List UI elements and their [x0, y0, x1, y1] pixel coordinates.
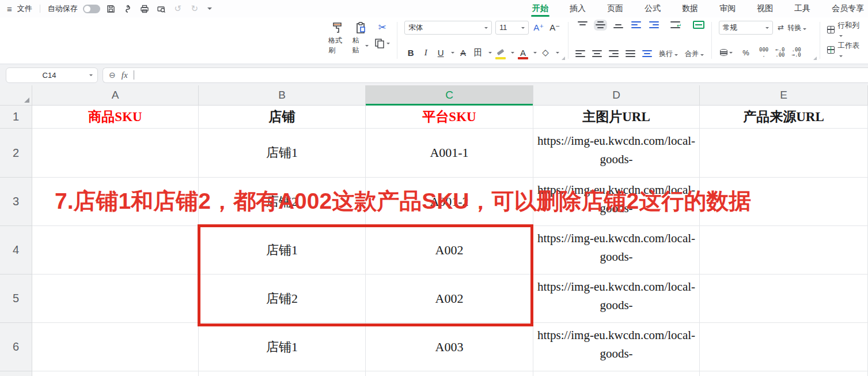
align-center-icon[interactable]: [592, 50, 602, 58]
hamburger-menu-icon[interactable]: ≡: [7, 4, 12, 14]
cell-e2[interactable]: [700, 129, 868, 178]
align-left-icon[interactable]: [575, 50, 585, 58]
currency-format-button[interactable]: [720, 49, 733, 56]
cell-a4[interactable]: [32, 226, 199, 275]
align-right-icon[interactable]: [609, 50, 619, 58]
select-all-corner[interactable]: [0, 85, 32, 106]
paste-caret-icon[interactable]: [365, 45, 369, 47]
strikethrough-button[interactable]: A: [457, 46, 469, 59]
file-menu[interactable]: 文件: [17, 3, 32, 14]
align-bottom-icon[interactable]: [613, 21, 623, 29]
cell-a7[interactable]: [32, 371, 199, 376]
underline-button[interactable]: U: [434, 46, 447, 59]
font-color-caret-icon[interactable]: [533, 52, 537, 54]
cell-c6[interactable]: A003: [366, 323, 533, 371]
cell-c2[interactable]: A001-1: [366, 129, 533, 178]
cell-d7[interactable]: [533, 371, 700, 376]
cell-c5[interactable]: A002: [366, 275, 533, 323]
percent-format-button[interactable]: %: [740, 46, 752, 59]
tab-tools[interactable]: 工具: [793, 0, 812, 17]
row-header-5[interactable]: 5: [0, 275, 32, 323]
copy-button[interactable]: [374, 38, 390, 48]
cell-b5[interactable]: 店铺2: [199, 275, 366, 323]
cell-b1[interactable]: 店铺: [199, 106, 366, 129]
name-box[interactable]: C14: [6, 67, 98, 83]
cell-d1[interactable]: 主图片URL: [533, 106, 700, 129]
font-name-select[interactable]: 宋体: [404, 21, 492, 35]
wrap-text-button[interactable]: 换行: [659, 49, 678, 59]
cell-d4[interactable]: https://img-eu.kwcdn.com/local-goods-: [533, 226, 700, 275]
formula-input[interactable]: ⊖ fx: [103, 67, 868, 83]
highlight-color-button[interactable]: [494, 46, 507, 59]
row-header-6[interactable]: 6: [0, 323, 32, 371]
column-header-e[interactable]: E: [700, 85, 868, 106]
worksheet-button[interactable]: 工作表: [827, 41, 862, 59]
increase-decimal-button[interactable]: ←.0.00: [775, 47, 784, 58]
cell-e4[interactable]: [700, 226, 868, 275]
cell-e7[interactable]: [700, 371, 868, 376]
cell-d2[interactable]: https://img-eu.kwcdn.com/local-goods-: [533, 129, 700, 178]
column-header-c[interactable]: C: [366, 85, 533, 106]
cell-a6[interactable]: [32, 323, 199, 371]
row-header-4[interactable]: 4: [0, 226, 32, 275]
cell-e5[interactable]: [700, 275, 868, 323]
fill-caret-icon[interactable]: [556, 52, 559, 54]
autowrap-icon[interactable]: ↵: [670, 21, 680, 29]
autosave-toggle[interactable]: [83, 5, 100, 13]
number-group-expander-icon[interactable]: [813, 57, 817, 60]
cell-a1[interactable]: 商品SKU: [32, 106, 199, 129]
export-icon[interactable]: [122, 3, 134, 14]
tab-view[interactable]: 视图: [756, 0, 774, 17]
tab-review[interactable]: 审阅: [718, 0, 737, 17]
undo-icon[interactable]: ↺: [172, 3, 184, 14]
increase-indent-icon[interactable]: [649, 21, 659, 29]
align-middle-icon[interactable]: [596, 21, 605, 29]
decrease-font-button[interactable]: A⁻: [548, 21, 561, 34]
chevron-down-icon[interactable]: [207, 7, 212, 10]
cell-e1[interactable]: 产品来源URL: [700, 106, 868, 129]
tab-home[interactable]: 开始: [531, 0, 549, 17]
copy-caret-icon[interactable]: [386, 43, 390, 44]
fill-color-button[interactable]: ◇: [539, 46, 552, 59]
tab-formula[interactable]: 公式: [643, 0, 662, 17]
print-preview-icon[interactable]: [156, 3, 167, 14]
convert-button[interactable]: ⇄ 转换: [778, 23, 806, 33]
redo-icon[interactable]: ↻: [189, 3, 200, 14]
cut-icon[interactable]: ✂: [376, 21, 389, 33]
tab-insert[interactable]: 插入: [568, 0, 587, 17]
cell-b4[interactable]: 店铺1: [199, 226, 366, 275]
cell-e6[interactable]: [700, 323, 868, 371]
tab-page[interactable]: 页面: [606, 0, 624, 17]
font-group-expander-icon[interactable]: [562, 57, 565, 60]
row-header-2[interactable]: 2: [0, 129, 32, 178]
italic-button[interactable]: I: [419, 46, 432, 59]
merge-cells-icon[interactable]: [693, 21, 704, 29]
cell-c1[interactable]: 平台SKU: [366, 106, 533, 129]
cell-d6[interactable]: https://img-eu.kwcdn.com/local-goods-: [533, 323, 700, 371]
cell-b2[interactable]: 店铺1: [199, 129, 366, 178]
borders-caret-icon[interactable]: [488, 52, 492, 54]
column-header-d[interactable]: D: [533, 85, 700, 106]
increase-font-button[interactable]: A⁺: [532, 21, 545, 34]
fx-icon[interactable]: fx: [122, 70, 128, 80]
bold-button[interactable]: B: [404, 46, 417, 59]
row-header-1[interactable]: 1: [0, 106, 32, 129]
cell-b7[interactable]: [199, 371, 366, 376]
cell-c7[interactable]: [366, 371, 533, 376]
cell-a2[interactable]: [32, 129, 199, 178]
decrease-indent-icon[interactable]: [631, 21, 641, 29]
distributed-icon[interactable]: [642, 50, 652, 58]
print-icon[interactable]: [139, 3, 150, 14]
tab-member[interactable]: 会员专享: [831, 0, 865, 17]
save-icon[interactable]: [105, 3, 117, 14]
rows-cols-button[interactable]: 行和列: [827, 21, 862, 39]
cell-d5[interactable]: https://img-eu.kwcdn.com/local-goods-: [533, 275, 700, 323]
borders-button[interactable]: 田: [472, 46, 484, 59]
align-top-icon[interactable]: [578, 21, 587, 29]
row-header-3[interactable]: 3: [0, 178, 32, 226]
number-format-select[interactable]: 常规: [719, 21, 773, 35]
highlight-caret-icon[interactable]: [511, 52, 514, 54]
zoom-out-icon[interactable]: ⊖: [109, 70, 116, 80]
merge-button[interactable]: 合并: [685, 49, 704, 59]
paste-button[interactable]: 粘贴: [352, 21, 369, 55]
